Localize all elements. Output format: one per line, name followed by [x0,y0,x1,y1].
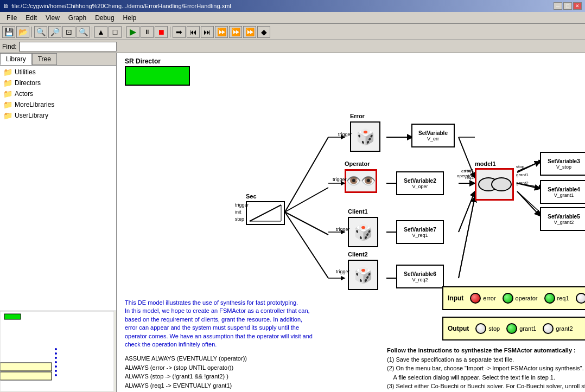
canvas-area[interactable]: SR Director Sec trigger init step Error … [117,53,585,392]
toolbar: 💾 📂 🔍 🔎 ⊡ 🔍 ▲ □ ▶ ⏸ ⏹ ➡ ⏮ ⏭ ⏩ ⏩ ⏩ ◆ [0,24,585,40]
close-button[interactable]: ✕ [573,2,582,10]
sidebar-label-directors: Directors [15,79,41,87]
setvariable2-box[interactable]: SetVariable2 V_oper [396,171,444,195]
output-grant2-circle [543,323,554,334]
main-area: Library Tree 📁 Utilities 📁 Directors 📁 A… [0,53,585,392]
input-panel: Input error operator req1 req2 [442,286,585,310]
tab-tree[interactable]: Tree [32,53,57,65]
run-button[interactable]: ▶ [126,26,139,38]
setvariable7-title: SetVariable7 [404,227,436,233]
description-area: This DE model illustrates the use of syn… [125,299,380,349]
input-operator-circle [503,293,513,304]
sidebar-item-userlibrary[interactable]: 📁 UserLibrary [1,110,115,121]
folder-icon-userlibrary: 📁 [3,111,12,120]
instructions-area: Follow the instructions to synthesize th… [387,346,585,392]
desc-line6: check the operation infinitely often. [125,340,380,349]
sec-port-step: step [235,216,244,222]
sec-actor[interactable] [246,201,285,225]
client1-trigger-label: trigger [336,227,350,232]
next-button[interactable]: ➡ [173,26,186,38]
zoom-reset-button[interactable]: 🔍 [77,26,90,38]
setvariable4-val: V_grant1 [554,192,574,198]
client2-actor[interactable]: 🎲 [348,260,378,290]
input-req1-circle [544,293,555,304]
zoom-in-button[interactable]: 🔍 [34,26,47,38]
output-grant1-indicator: grant1 [506,323,536,334]
thumbnail-panel [0,311,116,392]
operator-actor[interactable]: 👁️👁️ [345,169,377,193]
rewind-button[interactable]: ⏮ [187,26,200,38]
fit-button[interactable]: ⊡ [62,26,75,38]
forward-button[interactable]: ⏭ [201,26,214,38]
model1-grant2: grant2 [516,181,529,185]
ff3-button[interactable]: ⏩ [243,26,256,38]
open-button[interactable]: 📂 [16,26,29,38]
svg-line-1 [285,188,328,212]
ltl-line3: ALWAYS (stop -> (!grant1 && !grant2) ) [125,372,380,381]
director-label: SR Director [125,57,161,65]
find-bar: Find: [0,40,585,53]
layout2-button[interactable]: □ [109,26,122,38]
setvariable4-title: SetVariable4 [548,187,580,192]
setvariable-title: SetVariable [418,130,448,136]
stop-button[interactable]: ⏹ [155,26,168,38]
desc-line4: error can appear and the system must sus… [125,324,380,332]
pause-button[interactable]: ⏸ [141,26,154,38]
ff2-button[interactable]: ⏩ [229,26,242,38]
svg-line-22 [459,197,475,278]
svg-line-26 [250,205,281,221]
sidebar-item-morelibraries[interactable]: 📁 MoreLibraries [1,99,115,110]
model1-error: error [461,169,470,173]
instr-step3: (3) Select either Co-Buechi or Buechi so… [387,382,585,392]
menu-edit[interactable]: Edit [21,13,41,23]
sec-label: Sec [246,193,257,200]
tab-library[interactable]: Library [0,53,32,65]
diamond-button[interactable]: ◆ [257,26,270,38]
sidebar-item-utilities[interactable]: 📁 Utilities [1,67,115,78]
zoom-out-button[interactable]: 🔎 [48,26,61,38]
title-bar-controls: ─ □ ✕ [554,2,582,10]
find-label: Find: [2,43,17,50]
error-label: Error [350,113,365,119]
model1-actor[interactable] [475,168,514,201]
menu-file[interactable]: File [2,13,21,23]
setvariable7-box[interactable]: SetVariable7 V_req1 [396,220,444,244]
svg-line-11 [459,197,475,278]
setvariable4-box[interactable]: SetVariable4 V_grant1 [540,180,585,204]
save-button[interactable]: 💾 [2,26,15,38]
toolbar-sep2 [92,27,92,37]
setvariable2-val: V_oper [412,184,428,189]
layout-button[interactable]: ▲ [94,26,107,38]
instr-step1: (1) Save the specification as a separate… [387,355,585,364]
menu-debug[interactable]: Debug [91,13,118,23]
ltl-line4: ALWAYS (req1 -> EVENTUALLY grant1) [125,381,380,390]
operator-label: Operator [345,160,370,167]
diagram-container: SR Director Sec trigger init step Error … [117,53,585,392]
client1-actor[interactable]: 🎲 [348,217,378,247]
toolbar-sep3 [124,27,124,37]
maximize-button[interactable]: □ [563,2,572,10]
menu-view[interactable]: View [41,13,64,23]
ff1-button[interactable]: ⏩ [215,26,228,38]
setvariable3-box[interactable]: SetVariable3 V_stop [540,152,585,176]
setvariable5-box[interactable]: SetVariable5 V_grant2 [540,207,585,231]
output-stop-circle [475,323,486,334]
svg-line-0 [285,137,328,212]
sidebar-item-actors[interactable]: 📁 Actors [1,88,115,99]
model1-label: model1 [475,160,496,167]
menu-help[interactable]: Help [119,13,141,23]
menu-graph[interactable]: Graph [64,13,91,23]
setvariable3-val: V_stop [556,164,571,170]
sidebar-item-directors[interactable]: 📁 Directors [1,78,115,88]
error-actor[interactable]: 🎲 [350,121,380,152]
setvariable2-title: SetVariable2 [404,178,436,184]
setvariable-box[interactable]: SetVariable V_err [411,124,455,147]
output-panel-label: Output [448,325,469,332]
find-input[interactable] [19,42,117,52]
setvariable6-box[interactable]: SetVariable6 V_req2 [396,265,444,288]
setvariable-val: V_err [427,136,439,142]
error-trigger-label: trigger [338,132,352,137]
desc-line5: operator comes. We have an assumption th… [125,332,380,340]
ltl-line5: ALWAYS (req2 -> EVENTUALLY grant2) [125,390,380,392]
minimize-button[interactable]: ─ [554,2,562,10]
